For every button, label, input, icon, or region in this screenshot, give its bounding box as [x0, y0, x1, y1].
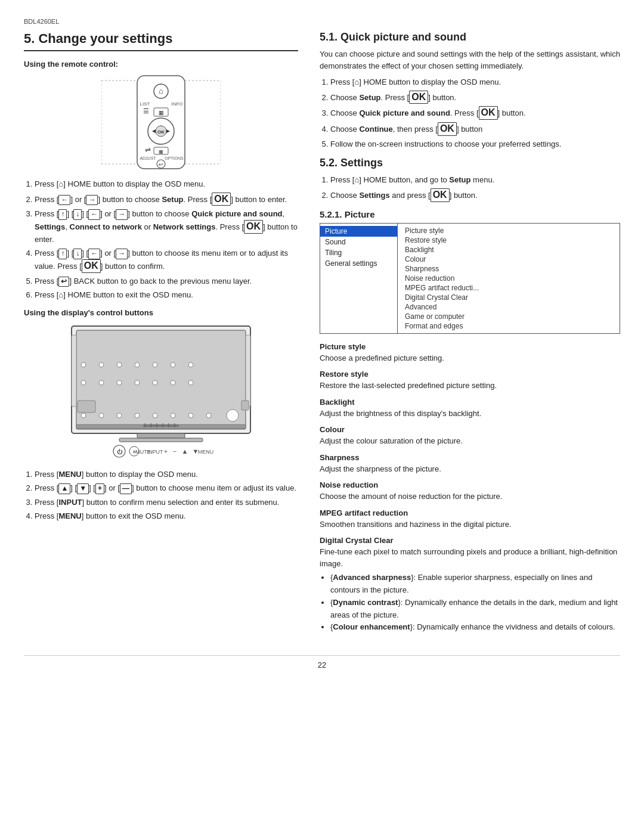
svg-rect-30 [137, 433, 185, 438]
svg-text:⇌: ⇌ [145, 145, 151, 154]
section521-title: 5.2.1. Picture [320, 209, 620, 219]
osd-right-noise-reduction: Noise reduction [402, 274, 620, 283]
display-steps-list: Press [MENU] button to display the OSD m… [35, 469, 298, 522]
def-title-picture-style: Picture style [320, 342, 620, 351]
svg-text:MENU: MENU [198, 449, 214, 455]
def-title-digital-crystal: Digital Crystal Clear [320, 536, 620, 545]
remote-step-4: Press [↑] [↓] [←] or [→] button to choos… [35, 247, 298, 272]
svg-text:ADJUST: ADJUST [140, 156, 156, 160]
def-body-noise-reduction: Choose the amount of noise reduction for… [320, 491, 620, 503]
svg-point-38 [153, 413, 157, 418]
osd-right-backlight: Backlight [402, 245, 620, 255]
s52-step-2: Choose Settings and press [OK] button. [330, 188, 620, 202]
osd-menu-right-panel: Picture style Restore style Backlight Co… [398, 224, 620, 333]
svg-point-34 [81, 413, 86, 418]
section52-steps: Press [⌂] HOME button, and go to Setup m… [330, 174, 620, 201]
def-body-sharpness: Adjust the sharpness of the picture. [320, 463, 620, 475]
s51-step-3: Choose Quick picture and sound. Press [O… [330, 106, 620, 120]
svg-text:▦: ▦ [159, 110, 164, 116]
osd-right-digital-crystal: Digital Crystal Clear [402, 293, 620, 302]
svg-point-35 [99, 413, 104, 418]
osd-right-picture-style: Picture style [402, 226, 620, 235]
section51-intro: You can choose picture and sound setting… [320, 48, 620, 72]
def-body-picture-style: Choose a predefined picture setting. [320, 352, 620, 364]
svg-point-53 [135, 362, 140, 367]
section5-title: 5. Change your settings [24, 31, 298, 51]
def-title-noise-reduction: Noise reduction [320, 480, 620, 489]
osd-menu-general-settings[interactable]: General settings [320, 258, 397, 269]
def-body-colour: Adjust the colour saturation of the pict… [320, 435, 620, 447]
section52-title: 5.2. Settings [320, 157, 620, 169]
svg-point-56 [188, 362, 193, 367]
model-number: BDL4260EL [24, 18, 620, 25]
osd-menu-tiling[interactable]: Tiling [320, 247, 397, 258]
s51-step-2: Choose Setup. Press [OK] button. [330, 91, 620, 104]
display-step-3: Press [INPUT] button to confirm menu sel… [35, 497, 298, 508]
dcb-dynamic-contrast: {Dynamic contrast}: Dynamically enhance … [330, 597, 620, 622]
osd-menu-left-panel: Picture Sound Tiling General settings [320, 224, 398, 333]
svg-rect-70 [242, 401, 249, 410]
svg-rect-31 [119, 438, 203, 442]
osd-menu-picture[interactable]: Picture [320, 226, 397, 237]
svg-rect-71 [143, 424, 179, 427]
remote-steps-list: Press [⌂] HOME button to display the OSD… [35, 178, 298, 301]
section51-title: 5.1. Quick picture and sound [320, 31, 620, 44]
osd-right-sharpness: Sharpness [402, 264, 620, 274]
svg-point-43 [81, 380, 86, 385]
svg-point-51 [99, 362, 104, 367]
osd-right-mpeg: MPEG artifact reducti... [402, 283, 620, 293]
svg-point-36 [117, 413, 122, 418]
dcb-advanced-sharpness: {Advanced sharpness}: Enable superior sh… [330, 572, 620, 597]
remote-step-5: Press [↩] BACK button to go back to the … [35, 275, 298, 287]
svg-point-47 [153, 380, 157, 385]
svg-point-40 [188, 413, 193, 418]
left-column: 5. Change your settings Using the remote… [24, 31, 298, 637]
osd-right-restore-style: Restore style [402, 235, 620, 245]
svg-point-54 [153, 362, 157, 367]
remote-step-3: Press [↑] [↓] [←] or [→] button to choos… [35, 208, 298, 245]
def-title-sharpness: Sharpness [320, 453, 620, 462]
svg-text:OK: OK [157, 129, 165, 135]
remote-step-2: Press [←] or [→] button to choose Setup.… [35, 193, 298, 206]
svg-text:↩: ↩ [159, 162, 163, 168]
osd-right-advanced: Advanced [402, 302, 620, 312]
osd-menu: Picture Sound Tiling General settings Pi… [320, 223, 620, 334]
osd-right-format-edges: Format and edges [402, 321, 620, 331]
osd-menu-sound[interactable]: Sound [320, 237, 397, 247]
section51-steps: Press [⌂] HOME button to display the OSD… [330, 76, 620, 150]
svg-point-49 [188, 380, 193, 385]
def-title-mpeg: MPEG artifact reduction [320, 508, 620, 517]
def-body-backlight: Adjust the brightness of this display's … [320, 408, 620, 420]
def-title-backlight: Backlight [320, 398, 620, 407]
right-column: 5.1. Quick picture and sound You can cho… [320, 31, 620, 637]
svg-text:▦: ▦ [159, 149, 163, 154]
svg-point-44 [99, 380, 104, 385]
page-number: 22 [24, 655, 620, 669]
s52-step-1: Press [⌂] HOME button, and go to Setup m… [330, 174, 620, 186]
def-body-mpeg: Smoothen transitions and haziness in the… [320, 519, 620, 531]
s51-step-1: Press [⌂] HOME button to display the OSD… [330, 76, 620, 88]
digital-crystal-bullets: {Advanced sharpness}: Enable superior sh… [330, 572, 620, 634]
svg-point-41 [206, 413, 211, 418]
svg-text:−: − [173, 448, 177, 455]
svg-point-48 [171, 380, 175, 385]
display-step-2: Press [▲] [▼] [+] or [—] button to choos… [35, 482, 298, 494]
def-body-digital-crystal: Fine-tune each pixel to match surroundin… [320, 546, 620, 569]
svg-point-52 [117, 362, 122, 367]
svg-point-46 [135, 380, 140, 385]
remote-step-6: Press [⌂] HOME button to exit the OSD me… [35, 289, 298, 301]
svg-text:⏻: ⏻ [117, 449, 123, 455]
svg-point-39 [171, 413, 175, 418]
svg-rect-32 [72, 335, 76, 407]
display-image: ⏻ ✕ MUTE INPUT + − ▲ ▼ MENU [24, 323, 298, 460]
svg-text:⌂: ⌂ [159, 86, 163, 95]
svg-text:▲: ▲ [182, 448, 188, 455]
display-step-4: Press [MENU] button to exit the OSD menu… [35, 510, 298, 522]
svg-point-50 [81, 362, 86, 367]
svg-point-55 [171, 362, 175, 367]
svg-text:OPTIONS: OPTIONS [165, 156, 184, 160]
dcb-colour-enhancement: {Colour enhancement}: Dynamically enhanc… [330, 621, 620, 634]
svg-point-42 [227, 410, 239, 421]
osd-right-game-computer: Game or computer [402, 312, 620, 321]
svg-text:INFO: INFO [171, 101, 182, 107]
